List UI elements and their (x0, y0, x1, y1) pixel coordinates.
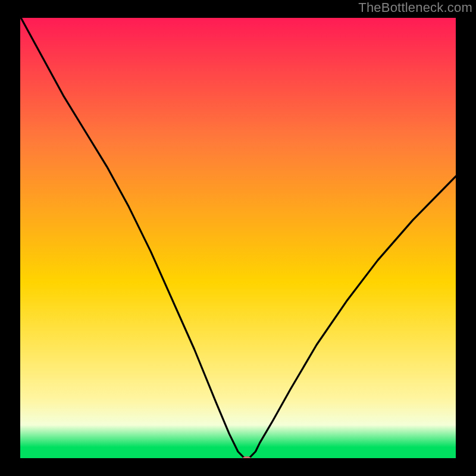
bottleneck-chart (0, 0, 476, 476)
credit-label: TheBottleneck.com (358, 0, 472, 15)
chart-container: TheBottleneck.com (0, 0, 476, 476)
gradient-background (20, 15, 456, 461)
